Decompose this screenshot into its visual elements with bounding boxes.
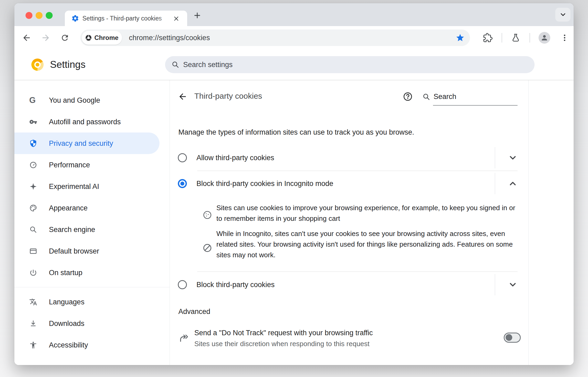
extensions-puzzle-icon[interactable] <box>482 32 493 43</box>
option-block-third-party-incognito[interactable]: Block third-party cookies in Incognito m… <box>170 171 528 196</box>
do-not-track-toggle[interactable] <box>504 333 521 343</box>
traffic-light-zoom[interactable] <box>46 12 53 19</box>
download-icon <box>29 320 37 328</box>
option-block-third-party-cookies[interactable]: Block third-party cookies <box>170 272 528 297</box>
do-not-track-title: Send a "Do Not Track" request with your … <box>194 329 373 337</box>
settings-search-input[interactable]: Search settings <box>165 56 535 73</box>
toggle-knob <box>506 334 512 341</box>
page-back-icon[interactable] <box>178 92 187 101</box>
sidebar-item-on-startup[interactable]: On startup <box>14 262 170 283</box>
chevron-down-icon[interactable] <box>508 280 518 289</box>
power-icon <box>29 269 37 277</box>
chip-label: Chrome <box>94 31 119 45</box>
sidebar-item-autofill[interactable]: Autofill and passwords <box>14 111 170 132</box>
google-g-icon: G <box>29 96 36 104</box>
option-separator <box>495 173 495 194</box>
accessibility-person-icon <box>29 341 37 349</box>
sparkle-icon <box>29 183 37 190</box>
chrome-canary-logo-icon <box>31 59 44 71</box>
option-allow-third-party-cookies[interactable]: Allow third-party cookies <box>170 145 528 171</box>
labs-flask-icon[interactable] <box>510 32 521 43</box>
page-search-input[interactable]: Search <box>434 93 456 101</box>
reload-icon[interactable] <box>60 32 70 43</box>
chevron-down-icon[interactable] <box>508 153 518 163</box>
tab-title-fade <box>158 13 170 24</box>
profile-avatar[interactable] <box>539 32 550 44</box>
settings-gear-favicon-icon <box>71 14 79 22</box>
menu-dots-icon[interactable] <box>559 32 570 43</box>
right-gutter <box>529 80 574 365</box>
sidebar-item-languages[interactable]: Languages <box>14 291 170 313</box>
sidebar-item-privacy-and-security[interactable]: Privacy and security <box>14 132 159 154</box>
settings-title: Settings <box>50 49 86 80</box>
page-title: Third-party cookies <box>194 92 262 101</box>
radio-unchecked[interactable] <box>178 280 187 289</box>
forward-icon[interactable] <box>40 32 51 43</box>
url-text[interactable]: chrome://settings/cookies <box>129 30 210 46</box>
sidebar-item-accessibility[interactable]: Accessibility <box>14 334 170 356</box>
settings-search-placeholder: Search settings <box>183 56 233 73</box>
magnifier-icon <box>29 226 37 234</box>
sidebar-item-you-and-google[interactable]: G You and Google <box>14 89 170 111</box>
bookmark-star-icon[interactable] <box>456 33 465 42</box>
traffic-light-minimize[interactable] <box>36 12 43 19</box>
expanded-detail-text: Sites can use cookies to improve your br… <box>216 202 519 224</box>
help-icon[interactable] <box>403 92 413 101</box>
radio-checked[interactable] <box>178 179 187 188</box>
browser-toolbar: Chrome chrome://settings/cookies <box>14 26 574 50</box>
browser-window: Settings - Third-party cookies <box>14 3 574 365</box>
do-not-track-arrow-icon <box>179 333 189 343</box>
blocked-icon <box>203 243 212 253</box>
expanded-detail-text: While in Incognito, sites can't use your… <box>216 228 519 260</box>
option-separator <box>495 147 495 168</box>
settings-sidebar: G You and Google Autofill and passwords <box>14 80 170 365</box>
option-separator <box>495 274 495 295</box>
sidebar-item-default-browser[interactable]: Default browser <box>14 240 170 262</box>
toolbar-divider <box>530 33 530 43</box>
active-tab[interactable]: Settings - Third-party cookies <box>65 11 187 26</box>
chrome-logo-icon <box>85 34 92 41</box>
translate-icon <box>29 298 37 306</box>
tab-close-icon[interactable] <box>172 14 181 23</box>
chevron-up-icon[interactable] <box>508 179 518 188</box>
sidebar-item-search-engine[interactable]: Search engine <box>14 219 170 240</box>
browser-window-icon <box>29 247 37 255</box>
address-bar[interactable]: Chrome chrome://settings/cookies <box>80 30 470 46</box>
radio-unchecked[interactable] <box>178 153 187 162</box>
sidebar-item-appearance[interactable]: Appearance <box>14 197 170 219</box>
settings-body: G You and Google Autofill and passwords <box>14 80 574 365</box>
palette-icon <box>29 204 37 212</box>
chrome-site-chip[interactable]: Chrome <box>82 31 122 45</box>
tab-title: Settings - Third-party cookies <box>82 11 170 26</box>
advanced-section-label: Advanced <box>178 308 210 316</box>
third-party-cookies-page: Third-party cookies Search Manage the ty… <box>170 80 529 365</box>
shield-icon <box>29 139 37 147</box>
back-icon[interactable] <box>21 32 32 43</box>
tab-search-button[interactable] <box>555 8 570 22</box>
page-intro-text: Manage the types of information sites ca… <box>178 128 414 136</box>
page-search-underline <box>433 105 518 106</box>
search-icon <box>171 61 179 69</box>
traffic-light-close[interactable] <box>26 12 32 19</box>
new-tab-button[interactable] <box>191 9 203 22</box>
sidebar-item-downloads[interactable]: Downloads <box>14 313 170 334</box>
do-not-track-subtitle: Sites use their discretion when respondi… <box>194 340 369 348</box>
sidebar-item-experimental-ai[interactable]: Experimental AI <box>14 176 170 197</box>
settings-header: Settings Search settings <box>14 49 574 80</box>
tab-strip: Settings - Third-party cookies <box>14 3 574 26</box>
sidebar-item-performance[interactable]: Performance <box>14 154 170 176</box>
sidebar-divider <box>14 287 170 287</box>
page-search-icon[interactable] <box>422 93 430 101</box>
toolbar-divider <box>502 33 502 43</box>
cookie-icon <box>203 210 212 220</box>
key-icon <box>29 118 37 126</box>
speedometer-icon <box>29 161 37 169</box>
